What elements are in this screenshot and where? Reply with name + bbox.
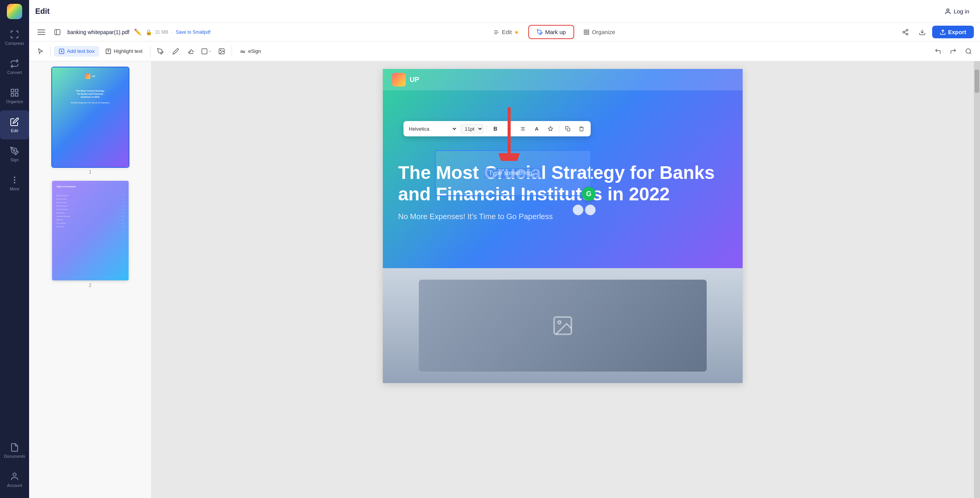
compress-icon (10, 30, 19, 39)
thumb2-row-4: Better Customer ............. 9 (57, 205, 124, 207)
page-thumbnail-1[interactable]: UP The Most Crucial Strategyfor Banks an… (52, 67, 129, 175)
thumb2-row-7: Enhanced Security ........... 15 (57, 215, 124, 217)
svg-point-28 (966, 49, 970, 53)
sidebar-item-convert[interactable]: Convert (0, 52, 29, 81)
updf-logo-icon (392, 73, 406, 87)
pencil-markup-icon (537, 29, 543, 35)
page-num-2: 2 (89, 283, 91, 288)
svg-point-27 (220, 50, 221, 51)
logo-area (0, 0, 29, 23)
edit-tab-label: Edit (502, 29, 512, 35)
thumb-2-image: Table of Contents Banking Practice .....… (52, 181, 129, 280)
undo-button[interactable] (931, 44, 945, 58)
thumb2-row-10: Don't worry ........... 21 (57, 226, 124, 228)
svg-rect-14 (587, 33, 589, 34)
page-num-1: 1 (89, 169, 91, 175)
svg-point-17 (903, 31, 905, 33)
documents-icon (10, 443, 19, 452)
text-input-box[interactable]: Type something... G (435, 150, 591, 196)
font-family-select[interactable]: Helvetica Arial Times New Roman (407, 126, 457, 132)
shape-button[interactable] (199, 44, 213, 58)
format-sep-2 (559, 125, 559, 133)
sidebar-item-documents[interactable]: Documents (0, 436, 29, 465)
panel-icon (54, 29, 61, 36)
svg-rect-10 (55, 29, 60, 35)
toolbar-sep-2 (150, 46, 150, 57)
hamburger-line-2 (38, 32, 45, 33)
thumb-logo-row: UP (85, 74, 95, 79)
filebar: banking whitepapar(1).pdf ✏️ 🔒 31 MB · S… (29, 23, 980, 41)
delete-text-button[interactable] (576, 123, 587, 134)
markup-mode-tab[interactable]: Mark up (528, 25, 574, 39)
pencil-icon (172, 48, 179, 55)
resize-handle-2[interactable] (585, 205, 596, 215)
scrollbar-thumb[interactable] (975, 70, 979, 93)
sidebar: Compress Convert Organize Edit Sign More (0, 0, 29, 498)
share-button[interactable] (898, 25, 912, 39)
organize-mode-tab[interactable]: Organize (576, 26, 623, 38)
add-text-box-label: Add text box (67, 48, 95, 54)
login-button[interactable]: Log in (940, 5, 974, 18)
svg-point-9 (947, 9, 949, 11)
svg-line-19 (904, 33, 906, 34)
grid-icon (583, 29, 590, 35)
sidebar-item-compress[interactable]: Compress (0, 23, 29, 52)
sidebar-item-sign[interactable]: Sign (0, 139, 29, 169)
strikethrough-button[interactable] (504, 123, 514, 134)
svg-point-5 (14, 177, 15, 178)
app-logo (7, 4, 22, 19)
edit-icon (10, 117, 19, 126)
svg-line-20 (904, 30, 906, 31)
sidebar-documents-label: Documents (4, 454, 25, 459)
page-thumbnail-2[interactable]: Table of Contents Banking Practice .....… (52, 181, 129, 288)
pdf-hero-section: UP Helvetica Arial Times New Roman 11pt … (383, 69, 743, 268)
sidebar-item-edit[interactable]: Edit (0, 110, 29, 139)
content-area: UP The Most Crucial Strategyfor Banks an… (29, 61, 980, 498)
login-label: Log in (954, 8, 969, 15)
organize-tab-label: Organize (592, 29, 615, 35)
align-center-button[interactable] (518, 123, 528, 134)
export-button[interactable]: Export (932, 26, 974, 38)
search-button[interactable] (962, 44, 975, 58)
sidebar-item-more[interactable]: More (0, 169, 29, 198)
resize-handle-1[interactable] (573, 205, 583, 215)
edit-filename-icon[interactable]: ✏️ (134, 28, 142, 36)
bold-button[interactable]: B (490, 123, 501, 134)
font-color-button[interactable]: A (531, 123, 542, 134)
duplicate-text-button[interactable] (562, 123, 573, 134)
font-color-icon: A (535, 126, 538, 132)
add-text-box-button[interactable]: Add text box (54, 46, 99, 57)
cursor-tool-button[interactable] (34, 44, 47, 58)
strikethrough-icon (506, 126, 512, 131)
esign-icon (240, 48, 246, 54)
sidebar-sign-label: Sign (10, 157, 19, 162)
sidebar-item-account[interactable]: Account (0, 465, 29, 494)
save-to-smallpdf-link[interactable]: Save to Smallpdf (176, 29, 211, 35)
hamburger-line-1 (38, 29, 45, 30)
highlight-color-button[interactable] (545, 123, 556, 134)
vertical-scrollbar[interactable] (974, 61, 980, 498)
main-content: Edit Log in banking whitepapar(1).pdf ✏️… (29, 0, 980, 498)
convert-icon (10, 59, 19, 68)
sidebar-item-organize[interactable]: Organize (0, 81, 29, 110)
draw-button[interactable] (154, 44, 167, 58)
image-button[interactable] (215, 44, 229, 58)
thumb-1-title: The Most Crucial Strategyfor Banks and F… (71, 90, 109, 105)
redo-button[interactable] (946, 44, 960, 58)
download-button[interactable] (915, 25, 929, 39)
highlight-icon (105, 48, 111, 54)
thumbnail-toggle-button[interactable] (51, 25, 64, 39)
highlight-text-label: Highlight text (114, 48, 142, 54)
eraser-button[interactable] (184, 44, 198, 58)
edit-mode-tab[interactable]: Edit ★ (486, 26, 527, 38)
esign-button[interactable]: eSign (235, 46, 265, 57)
thumb2-lines: Banking Practice ............. 3 Current… (57, 195, 124, 228)
svg-rect-25 (202, 49, 207, 54)
thumb-1-image: UP The Most Crucial Strategyfor Banks an… (52, 67, 129, 167)
pdf-viewer[interactable]: UP Helvetica Arial Times New Roman 11pt … (152, 61, 974, 498)
sidebar-more-label: More (10, 187, 19, 191)
hamburger-button[interactable] (35, 26, 47, 38)
highlight-text-button[interactable]: Highlight text (101, 46, 147, 57)
font-size-select[interactable]: 11pt 12pt 14pt 16pt (461, 124, 483, 133)
pencil-button[interactable] (169, 44, 183, 58)
